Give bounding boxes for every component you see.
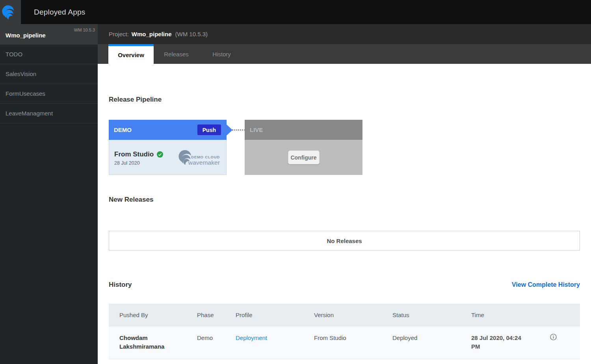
project-header: Project: Wmo_pipeline (WM 10.5.3)	[98, 24, 591, 44]
history-table-row: Chowdam Lakshmiramana Demo Deployment Fr…	[109, 327, 580, 359]
demo-cloud-logo: DEMO CLOUD wavemaker	[178, 150, 220, 165]
sidebar-active-version: WM 10.5.3	[74, 28, 95, 32]
view-complete-history-link[interactable]: View Complete History	[512, 281, 580, 288]
sidebar-item-label: SalesVision	[6, 71, 36, 77]
demo-card-body: From Studio 28 Jul 2020	[109, 140, 227, 175]
demo-card-title: DEMO	[114, 126, 197, 133]
cell-time: 28 Jul 2020, 04:24 PM	[461, 327, 544, 359]
release-pipeline-title: Release Pipeline	[109, 96, 580, 104]
sidebar-item-salesvision[interactable]: SalesVision	[0, 64, 98, 84]
sidebar-item-todo[interactable]: TODO	[0, 45, 98, 64]
brand-logo[interactable]	[0, 0, 21, 24]
live-card: LIVE Configure	[245, 120, 362, 175]
history-table: Pushed By Phase Profile Version Status T…	[109, 304, 580, 359]
demo-date: 28 Jul 2020	[114, 160, 163, 166]
demo-card-header: DEMO Push	[109, 120, 227, 140]
col-version: Version	[303, 304, 382, 327]
topbar: Deployed Apps	[0, 0, 591, 24]
live-card-header: LIVE	[245, 120, 362, 140]
history-table-header: Pushed By Phase Profile Version Status T…	[109, 304, 580, 327]
sidebar-item-label: TODO	[6, 51, 22, 58]
project-label: Project:	[109, 31, 129, 37]
sidebar-active-name: Wmo_pipeline	[6, 32, 46, 39]
logo-wavemaker-label: wavemaker	[188, 160, 220, 165]
cell-profile-link[interactable]: Deployment	[225, 327, 303, 359]
content: Release Pipeline DEMO Push From Studio	[98, 64, 591, 364]
pipeline-connector	[227, 124, 245, 136]
cell-actions	[544, 327, 580, 359]
sidebar-item-formusecases[interactable]: FormUsecases	[0, 84, 98, 104]
col-phase: Phase	[186, 304, 225, 327]
history-header: History View Complete History	[109, 281, 580, 289]
live-card-body: Configure	[245, 140, 362, 175]
history-title: History	[109, 281, 132, 289]
col-time: Time	[461, 304, 544, 327]
project-name: Wmo_pipeline	[132, 31, 172, 37]
no-releases-text: No Releases	[327, 238, 362, 244]
logo-demo-cloud-label: DEMO CLOUD	[188, 155, 220, 159]
cell-pushed-by: Chowdam Lakshmiramana	[109, 327, 186, 359]
cell-status: Deployed	[382, 327, 461, 359]
main-area: Project: Wmo_pipeline (WM 10.5.3) Overvi…	[98, 24, 591, 364]
tab-overview[interactable]: Overview	[108, 44, 154, 64]
configure-button[interactable]: Configure	[288, 150, 320, 164]
arrow-right-icon	[227, 124, 232, 136]
app-title: Deployed Apps	[34, 0, 85, 24]
tab-bar: Overview Releases History	[98, 44, 591, 64]
cell-version: From Studio	[303, 327, 382, 359]
sidebar-item-label: FormUsecases	[6, 90, 45, 97]
demo-release-info: From Studio 28 Jul 2020	[114, 150, 163, 166]
col-actions	[544, 304, 580, 327]
cell-phase: Demo	[186, 327, 225, 359]
col-pushed-by: Pushed By	[109, 304, 186, 327]
col-profile: Profile	[225, 304, 303, 327]
sidebar-item-label: LeaveManagment	[6, 110, 53, 117]
project-version: (WM 10.5.3)	[175, 31, 208, 37]
tab-releases[interactable]: Releases	[154, 44, 199, 64]
new-releases-title: New Releases	[109, 196, 580, 204]
dotted-connector	[232, 130, 245, 130]
demo-source: From Studio	[114, 150, 154, 158]
push-button[interactable]: Push	[197, 124, 221, 135]
demo-card: DEMO Push From Studio	[109, 120, 227, 175]
tab-history[interactable]: History	[199, 44, 244, 64]
sidebar: WM 10.5.3 Wmo_pipeline TODO SalesVision …	[0, 24, 98, 364]
sidebar-item-wmo-pipeline[interactable]: WM 10.5.3 Wmo_pipeline	[0, 24, 98, 45]
col-status: Status	[382, 304, 461, 327]
sidebar-item-leavemanagment[interactable]: LeaveManagment	[0, 104, 98, 123]
live-card-title: LIVE	[250, 126, 357, 133]
release-pipeline: DEMO Push From Studio	[109, 120, 580, 175]
success-check-icon	[157, 151, 163, 158]
wavemaker-wave-icon	[2, 5, 15, 19]
info-icon[interactable]	[550, 334, 557, 340]
no-releases-box: No Releases	[109, 231, 580, 251]
